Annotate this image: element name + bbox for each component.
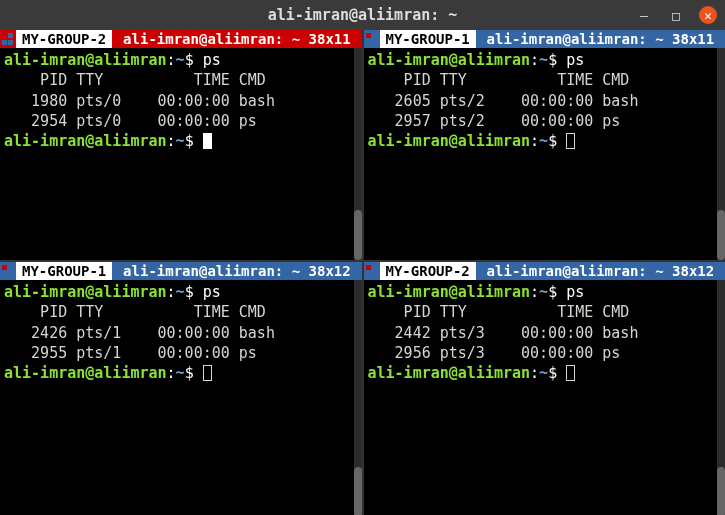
pane-title: ali-imran@aliimran: ~ 38x12 bbox=[476, 263, 725, 279]
scroll-thumb[interactable] bbox=[717, 467, 725, 515]
terminal-output[interactable]: ali-imran@aliimran:~$ ps PID TTY TIME CM… bbox=[0, 280, 362, 515]
cursor-icon bbox=[203, 133, 212, 149]
cursor-icon bbox=[566, 365, 575, 381]
pane-titlebar[interactable]: MY-GROUP-2 ali-imran@aliimran: ~ 38x12 bbox=[364, 262, 726, 280]
pane-group-label: MY-GROUP-2 bbox=[380, 262, 476, 280]
window-controls: — □ ✕ bbox=[635, 6, 717, 24]
scroll-thumb[interactable] bbox=[354, 467, 362, 515]
ps-row: 2954 pts/0 00:00:00 ps bbox=[4, 111, 358, 131]
ps-row: 2955 pts/1 00:00:00 ps bbox=[4, 343, 358, 363]
scroll-thumb[interactable] bbox=[717, 210, 725, 260]
pane-titlebar[interactable]: MY-GROUP-2 ali-imran@aliimran: ~ 38x11 bbox=[0, 30, 362, 48]
window-titlebar: ali-imran@aliimran: ~ — □ ✕ bbox=[0, 0, 725, 30]
terminal-pane-0[interactable]: MY-GROUP-2 ali-imran@aliimran: ~ 38x11 a… bbox=[0, 30, 362, 260]
pane-title: ali-imran@aliimran: ~ 38x12 bbox=[112, 263, 361, 279]
ps-row: 2956 pts/3 00:00:00 ps bbox=[368, 343, 722, 363]
pane-group-label: MY-GROUP-2 bbox=[16, 30, 112, 48]
cursor-icon bbox=[566, 133, 575, 149]
prompt-host: aliimran bbox=[94, 51, 166, 69]
window-title: ali-imran@aliimran: ~ bbox=[268, 6, 458, 24]
ps-header: PID TTY TIME CMD bbox=[4, 70, 358, 90]
tab-grid-icon bbox=[0, 265, 16, 277]
scrollbar[interactable] bbox=[717, 280, 725, 515]
pane-titlebar[interactable]: MY-GROUP-1 ali-imran@aliimran: ~ 38x12 bbox=[0, 262, 362, 280]
scrollbar[interactable] bbox=[717, 48, 725, 260]
pane-group-label: MY-GROUP-1 bbox=[380, 30, 476, 48]
pane-title: ali-imran@aliimran: ~ 38x11 bbox=[476, 31, 725, 47]
terminal-pane-2[interactable]: MY-GROUP-1 ali-imran@aliimran: ~ 38x12 a… bbox=[0, 262, 362, 515]
prompt-user: ali-imran bbox=[4, 51, 85, 69]
terminal-pane-1[interactable]: MY-GROUP-1 ali-imran@aliimran: ~ 38x11 a… bbox=[364, 30, 726, 260]
pane-group-label: MY-GROUP-1 bbox=[16, 262, 112, 280]
ps-row: 1980 pts/0 00:00:00 bash bbox=[4, 91, 358, 111]
terminal-output[interactable]: ali-imran@aliimran:~$ ps PID TTY TIME CM… bbox=[0, 48, 362, 260]
scrollbar[interactable] bbox=[354, 280, 362, 515]
cursor-icon bbox=[203, 365, 212, 381]
maximize-button[interactable]: □ bbox=[667, 6, 685, 24]
ps-row: 2426 pts/1 00:00:00 bash bbox=[4, 323, 358, 343]
terminal-output[interactable]: ali-imran@aliimran:~$ ps PID TTY TIME CM… bbox=[364, 48, 726, 260]
ps-row: 2442 pts/3 00:00:00 bash bbox=[368, 323, 722, 343]
tab-grid-icon bbox=[364, 265, 380, 277]
tab-grid-icon bbox=[0, 33, 16, 45]
terminal-grid: MY-GROUP-2 ali-imran@aliimran: ~ 38x11 a… bbox=[0, 30, 725, 515]
scroll-thumb[interactable] bbox=[354, 210, 362, 260]
terminal-pane-3[interactable]: MY-GROUP-2 ali-imran@aliimran: ~ 38x12 a… bbox=[364, 262, 726, 515]
tab-grid-icon bbox=[364, 33, 380, 45]
pane-titlebar[interactable]: MY-GROUP-1 ali-imran@aliimran: ~ 38x11 bbox=[364, 30, 726, 48]
ps-row: 2605 pts/2 00:00:00 bash bbox=[368, 91, 722, 111]
minimize-button[interactable]: — bbox=[635, 6, 653, 24]
pane-title: ali-imran@aliimran: ~ 38x11 bbox=[112, 31, 361, 47]
prompt-path: ~ bbox=[176, 51, 185, 69]
close-button[interactable]: ✕ bbox=[699, 6, 717, 24]
scrollbar[interactable] bbox=[354, 48, 362, 260]
command-text: ps bbox=[203, 51, 221, 69]
ps-row: 2957 pts/2 00:00:00 ps bbox=[368, 111, 722, 131]
terminal-output[interactable]: ali-imran@aliimran:~$ ps PID TTY TIME CM… bbox=[364, 280, 726, 515]
